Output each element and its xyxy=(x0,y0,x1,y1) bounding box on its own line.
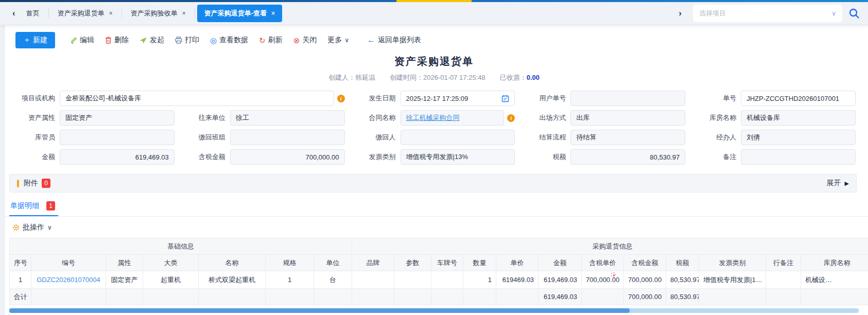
received-invoice-value: 0.00 xyxy=(527,74,540,81)
project-org-input[interactable]: 金桥装配公司-机械设备库 xyxy=(60,91,334,106)
tax-incl-price-cell: 700,000.00 xyxy=(582,271,624,289)
new-button[interactable]: ＋新建 xyxy=(15,32,55,48)
group-basic-info: 基础信息 xyxy=(10,238,352,255)
field-user-doc-no: 用户单号 xyxy=(519,91,685,106)
calendar-icon[interactable] xyxy=(501,95,509,102)
creator-info: 创建人：韩延温 xyxy=(328,73,375,82)
field-settlement-flow: 结算流程 待结算 xyxy=(519,130,685,145)
settlement-flow-input: 待结算 xyxy=(570,130,685,145)
back-to-list-button[interactable]: ← 返回单据列表 xyxy=(367,36,421,45)
exit-method-input: 出库 xyxy=(570,110,685,126)
field-warehouse-name: 库房名称 机械设备库 xyxy=(689,110,856,126)
field-return-team: 缴回班组 xyxy=(179,130,345,145)
field-amount: 金额 619,469.03 xyxy=(8,149,175,165)
invoice-type-input: 增值税专用发票|13% xyxy=(401,149,515,165)
handler-input: 刘倩 xyxy=(741,130,856,145)
close-tab-icon[interactable]: × xyxy=(182,10,186,16)
field-invoice-type: 发票类别 增值税专用发票|13% xyxy=(349,149,515,165)
total-tax-incl-amount: 700,000.00 xyxy=(624,289,666,305)
attachments-label: 附件 xyxy=(24,179,38,188)
tab-divider xyxy=(195,9,195,18)
attachments-count-badge: 0 xyxy=(42,179,50,188)
tab-divider xyxy=(48,9,49,18)
print-button[interactable]: 打印 xyxy=(175,36,199,45)
doc-meta: 创建人：韩延温 创建时间：2026-01-07 17:25:48 已收票：0.0… xyxy=(0,73,868,82)
project-select-placeholder: 选择项目 xyxy=(699,9,726,18)
field-tax-incl-amount: 含税金额 700,000.00 xyxy=(179,149,345,165)
tab-home[interactable]: 首页 xyxy=(20,6,46,21)
view-data-button[interactable]: ◎ 查看数据 xyxy=(210,36,248,45)
field-asset-attr: 资产属性 固定资产 xyxy=(8,110,175,126)
table-row: 1 GDZC202601070004 固定资产 起重机 桥式双梁起重机 1 台 … xyxy=(10,271,868,289)
attachments-bar[interactable]: 附件 0 展开 ▶ xyxy=(9,174,857,192)
page-title: 资产采购退货单 xyxy=(0,55,868,68)
group-purchase-return-info: 采购退货信息 xyxy=(352,238,868,255)
chevron-down-icon: ∨ xyxy=(344,37,349,44)
attachment-marker-icon xyxy=(17,180,19,187)
doc-no-input: JHZP-ZCCGTHD20260107001 xyxy=(741,91,856,106)
close-tab-icon[interactable]: × xyxy=(271,10,275,16)
expand-arrow-icon: ▶ xyxy=(845,180,849,187)
tabs-scroll-left-icon[interactable]: ‹ xyxy=(8,8,20,19)
amount-input: 619,469.03 xyxy=(60,149,175,165)
total-label: 合计 xyxy=(10,289,31,305)
chevron-down-icon: ∨ xyxy=(831,10,836,17)
scrollbar-thumb[interactable] xyxy=(9,308,630,313)
tabs-scroll-right-icon[interactable]: › xyxy=(674,8,686,19)
header-form: 项目或机构 金桥装配公司-机械设备库 i 发生日期 2025-12-17 17:… xyxy=(0,82,868,165)
tab-asset-purchase-return[interactable]: 资产采购退货单× xyxy=(51,6,119,21)
counterparty-input: 徐工 xyxy=(230,110,345,126)
printer-icon xyxy=(175,37,182,44)
plus-icon: ＋ xyxy=(23,36,30,45)
close-button[interactable]: ⊗ 关闭 xyxy=(293,36,317,45)
detail-tabs: 单据明细 1 xyxy=(0,200,868,217)
tab-bar: ‹ 首页 资产采购退货单× 资产采购验收单× 资产采购退货单-查看× › 选择项… xyxy=(0,2,868,25)
edit-button[interactable]: 编辑 xyxy=(70,36,94,45)
field-exit-method: 出场方式 出库 xyxy=(519,110,685,126)
group-header-row: 基础信息 采购退货信息 xyxy=(10,238,868,255)
user-doc-no-input[interactable] xyxy=(570,91,685,106)
return-person-input xyxy=(401,130,515,145)
project-select[interactable]: 选择项目 ∨ xyxy=(693,5,842,22)
tax-input: 80,530.97 xyxy=(570,149,685,165)
initiate-button[interactable]: 发起 xyxy=(140,36,164,45)
refresh-icon: ↻ xyxy=(259,37,266,44)
occur-date-input[interactable]: 2025-12-17 17:25:09 xyxy=(401,91,515,106)
field-doc-no: 单号 JHZP-ZCCGTHD20260107001 xyxy=(689,91,856,106)
refresh-button[interactable]: ↻ 刷新 xyxy=(259,36,283,45)
field-remark: 备注 xyxy=(689,149,856,165)
contract-name-input: 徐工机械采购合同 xyxy=(401,110,505,126)
contract-link[interactable]: 徐工机械采购合同 xyxy=(406,113,460,122)
info-icon[interactable]: i xyxy=(507,114,515,122)
left-margin-strip xyxy=(0,25,5,315)
received-invoice-info: 已收票：0.00 xyxy=(500,73,540,82)
expand-button[interactable]: 展开 ▶ xyxy=(827,179,849,188)
view-data-icon: ◎ xyxy=(210,37,217,44)
detail-table-wrap: 基础信息 采购退货信息 序号 编号 属性 大类 名称 规格 单位 品牌 参数 车… xyxy=(9,238,868,305)
tab-doc-detail[interactable]: 单据明细 1 xyxy=(9,200,58,216)
remark-input[interactable] xyxy=(741,149,856,165)
gear-icon xyxy=(12,224,20,231)
paper-plane-icon xyxy=(140,37,147,44)
created-time-info: 创建时间：2026-01-07 17:25:48 xyxy=(390,73,485,82)
toolbar: ＋新建 编辑 删除 发起 打印 ◎ 查看数据 ↻ 刷新 ⊗ 关闭 更多 ∨ ← … xyxy=(0,25,868,55)
tab-asset-purchase-acceptance[interactable]: 资产采购验收单× xyxy=(124,6,193,21)
batch-operations-button[interactable]: 批操作 ∨ xyxy=(0,217,868,238)
more-button[interactable]: 更多 ∨ xyxy=(327,36,349,45)
close-circle-icon: ⊗ xyxy=(293,37,300,44)
chevron-down-icon: ∨ xyxy=(47,224,52,231)
info-icon[interactable]: i xyxy=(337,95,345,102)
search-icon[interactable] xyxy=(848,8,860,19)
horizontal-scrollbar[interactable] xyxy=(9,308,859,313)
delete-button[interactable]: 删除 xyxy=(105,36,129,45)
pencil-icon xyxy=(70,37,77,44)
asset-attr-input: 固定资产 xyxy=(60,110,175,126)
return-team-input xyxy=(230,130,345,145)
asset-code-link[interactable]: GDZC202601070004 xyxy=(31,271,106,289)
tab-asset-purchase-return-view[interactable]: 资产采购退货单-查看× xyxy=(197,5,282,22)
close-tab-icon[interactable]: × xyxy=(109,10,113,16)
arrow-left-icon: ← xyxy=(367,36,375,45)
column-header-row: 序号 编号 属性 大类 名称 规格 单位 品牌 参数 车牌号 数量 单价 金额 … xyxy=(10,255,868,271)
total-row: 合计 619,469.03 700,000.00 80,530.97 xyxy=(10,289,868,305)
warehouse-keeper-input xyxy=(60,130,175,145)
